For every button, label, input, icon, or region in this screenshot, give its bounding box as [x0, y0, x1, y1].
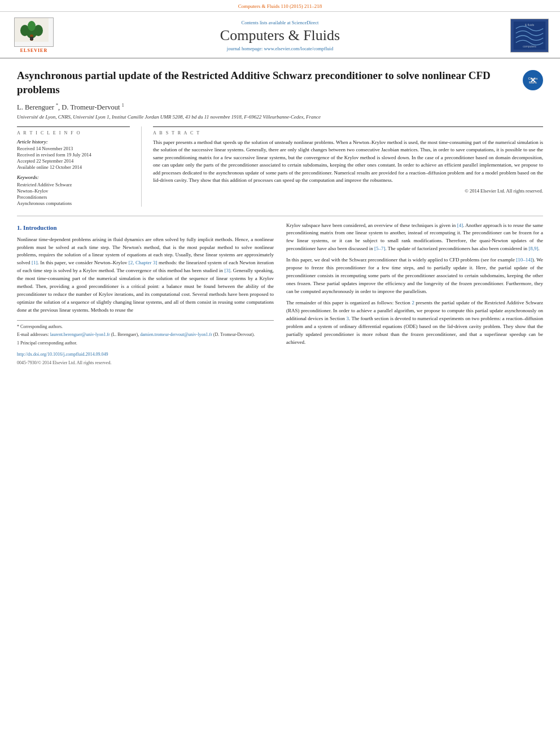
journal-logo-box: computers & fluids: [510, 19, 549, 53]
section1-para1: Nonlinear time-dependent problems arisin…: [17, 236, 274, 314]
article-info-panel: A R T I C L E I N F O Article history: R…: [17, 126, 130, 207]
issn-line: 0045-7930/© 2014 Elsevier Ltd. All right…: [17, 360, 274, 366]
name1: (L. Berenguer),: [111, 332, 139, 337]
keyword-3: Preconditioners: [17, 194, 130, 200]
homepage-line: journal homepage: www.elsevier.com/locat…: [56, 46, 504, 51]
svg-rect-7: [30, 37, 33, 40]
authors-line: L. Berenguer *, D. Tromeur-Dervout 1: [17, 102, 543, 111]
section1-para2: Krylov subspace have been considered, an…: [286, 222, 543, 254]
journal-logo-right: computers & fluids: [504, 19, 549, 53]
journal-header: ELSEVIER Contents lists available at Sci…: [0, 12, 560, 59]
sciencedirect-link[interactable]: ScienceDirect: [292, 20, 319, 25]
body-two-col: 1. Introduction Nonlinear time-dependent…: [17, 222, 543, 366]
keyword-4: Asynchronous computations: [17, 200, 130, 206]
homepage-text: journal homepage: www.elsevier.com/locat…: [227, 46, 333, 51]
received1: Received 14 November 2013: [17, 146, 130, 151]
footnote-email: E-mail addresses: laurent.berenguer@univ…: [17, 331, 274, 338]
keyword-1: Restricted Additive Schwarz: [17, 182, 130, 187]
email2-link[interactable]: damien.tromeur-dervout@univ-lyon1.fr: [140, 332, 212, 337]
ref-2: [2, Chapter 3]: [129, 260, 158, 265]
crossmark-badge: ✕ Cross Mark: [523, 70, 543, 90]
section1-para3: In this paper, we deal with the Schwarz …: [286, 256, 543, 296]
history-label: Article history:: [17, 139, 130, 145]
doi-link-line: http://dx.doi.org/10.1016/j.compfluid.20…: [17, 351, 274, 358]
svg-point-5: [28, 21, 36, 31]
ref-8-9: [8,9]: [528, 246, 538, 251]
journal-ref-text: Computers & Fluids 110 (2015) 211–218: [238, 3, 322, 9]
ref-3: [3]: [225, 268, 231, 273]
accepted: Accepted 22 September 2014: [17, 158, 130, 164]
svg-text:Mark: Mark: [529, 81, 537, 84]
doi-link[interactable]: http://dx.doi.org/10.1016/j.compfluid.20…: [17, 352, 108, 357]
contents-line: Contents lists available at ScienceDirec…: [56, 20, 504, 25]
elsevier-logo-left: ELSEVIER: [11, 18, 56, 53]
section1-para4: The remainder of this paper is organized…: [286, 299, 543, 347]
keywords-label: Keywords:: [17, 174, 130, 180]
svg-text:Cross: Cross: [528, 77, 538, 80]
bottom-links: http://dx.doi.org/10.1016/j.compfluid.20…: [17, 351, 274, 366]
abstract-panel: A B S T R A C T This paper presents a me…: [153, 126, 543, 207]
elsevier-tree-icon: [15, 18, 49, 42]
journal-reference-bar: Computers & Fluids 110 (2015) 211–218: [0, 0, 560, 12]
abstract-label: A B S T R A C T: [153, 130, 543, 136]
footnotes-section: * Corresponding authors. E-mail addresse…: [17, 320, 274, 347]
copyright-line: © 2014 Elsevier Ltd. All rights reserved…: [153, 188, 543, 194]
elsevier-logo-box: [14, 18, 54, 47]
main-content: ✕ Cross Mark Asynchronous partial update…: [0, 59, 560, 374]
email-label: E-mail addresses:: [17, 332, 49, 337]
ref-10-14: [10–14]: [516, 257, 532, 263]
article-info-label: A R T I C L E I N F O: [17, 130, 130, 136]
authors-text: L. Berenguer *, D. Tromeur-Dervout 1: [17, 103, 124, 111]
ref-sec3: 3: [346, 316, 349, 321]
vertical-divider: [141, 126, 142, 207]
journal-title-area: Contents lists available at ScienceDirec…: [56, 20, 504, 51]
journal-logo-icon: computers & fluids: [513, 21, 546, 50]
article-info-abstract-section: A R T I C L E I N F O Article history: R…: [17, 126, 543, 207]
ref-sec2: 2: [412, 300, 414, 305]
email1-link[interactable]: laurent.berenguer@univ-lyon1.fr: [50, 332, 110, 337]
paper-title: Asynchronous partial update of the Restr…: [17, 69, 543, 97]
name2: (D. Tromeur-Dervout).: [213, 332, 255, 337]
journal-name: Computers & Fluids: [56, 27, 504, 44]
affiliation-text: Université de Lyon, CNRS, Université Lyo…: [17, 114, 543, 120]
section1-heading: 1. Introduction: [17, 223, 274, 233]
footnote1: 1 Principal corresponding author.: [17, 340, 274, 347]
section-divider: [17, 216, 543, 216]
page: Computers & Fluids 110 (2015) 211–218: [0, 0, 560, 747]
contents-text: Contents lists available at: [242, 20, 291, 25]
ref-5-7: [5–7]: [374, 246, 386, 251]
footnote-corresponding: * Corresponding authors.: [17, 324, 274, 330]
body-col-left: 1. Introduction Nonlinear time-dependent…: [17, 222, 274, 366]
available-online: Available online 12 October 2014: [17, 164, 130, 170]
ref-1: [1]: [32, 260, 38, 265]
elsevier-label: ELSEVIER: [20, 48, 47, 53]
svg-text:& fluids: & fluids: [525, 23, 535, 26]
abstract-text: This paper presents a method that speeds…: [153, 139, 543, 185]
crossmark-icon: ✕ Cross Mark: [523, 70, 543, 90]
received2: Received in revised form 19 July 2014: [17, 152, 130, 158]
ref-4: [4]: [457, 222, 463, 228]
body-col-right: Krylov subspace have been considered, an…: [286, 222, 543, 366]
svg-text:computers: computers: [523, 44, 536, 47]
keyword-2: Newton–Krylov: [17, 188, 130, 194]
